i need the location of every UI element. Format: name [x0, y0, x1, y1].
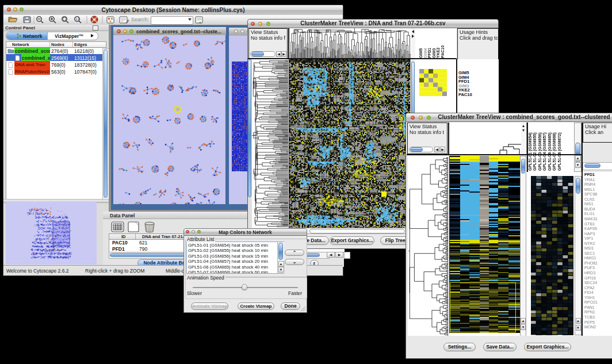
svg-text:1:1: 1:1	[76, 18, 80, 21]
